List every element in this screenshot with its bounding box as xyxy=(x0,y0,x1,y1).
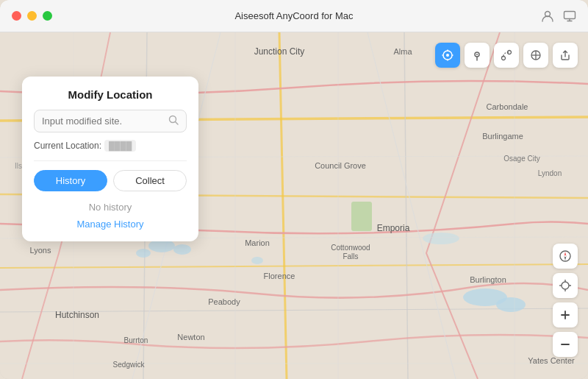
minimize-button[interactable] xyxy=(27,11,37,21)
svg-text:Cottonwood: Cottonwood xyxy=(331,244,370,252)
svg-text:Hutchinson: Hutchinson xyxy=(55,310,99,320)
svg-text:Florence: Florence xyxy=(264,272,295,280)
titlebar: Aiseesoft AnyCoord for Mac xyxy=(0,0,588,32)
zoom-out-button[interactable] xyxy=(553,332,578,357)
svg-point-15 xyxy=(423,233,459,244)
history-tab[interactable]: History xyxy=(34,170,107,191)
svg-point-55 xyxy=(502,57,506,60)
map-toolbar xyxy=(435,43,578,68)
svg-text:Sedgwick: Sedgwick xyxy=(113,361,146,369)
display-icon[interactable] xyxy=(563,10,576,23)
svg-text:Lyons: Lyons xyxy=(30,246,51,255)
maximize-button[interactable] xyxy=(43,11,52,21)
svg-point-12 xyxy=(136,249,151,258)
crosshair-button[interactable] xyxy=(553,273,578,298)
svg-text:Falls: Falls xyxy=(343,252,358,261)
map-right-controls xyxy=(553,244,578,357)
zoom-in-button[interactable] xyxy=(553,302,578,327)
user-icon[interactable] xyxy=(541,10,554,23)
svg-point-14 xyxy=(496,297,526,312)
window-title: Aiseesoft AnyCoord for Mac xyxy=(234,10,353,21)
titlebar-right-controls xyxy=(541,10,576,23)
svg-text:Burlingame: Burlingame xyxy=(482,132,523,141)
svg-text:Newton: Newton xyxy=(177,333,204,341)
current-location-label: Current Location: xyxy=(34,141,101,151)
svg-text:Peabody: Peabody xyxy=(208,297,240,306)
svg-point-11 xyxy=(173,244,191,255)
svg-text:Council Grove: Council Grove xyxy=(315,161,366,170)
location-mode-button[interactable] xyxy=(435,43,460,68)
svg-text:Carbondale: Carbondale xyxy=(487,102,528,111)
app-window: Aiseesoft AnyCoord for Mac xyxy=(0,0,588,379)
svg-text:Marion: Marion xyxy=(245,238,270,247)
no-history-text: No history xyxy=(34,202,187,213)
svg-text:Lyndon: Lyndon xyxy=(538,169,562,177)
collect-tab[interactable]: Collect xyxy=(113,170,187,191)
svg-line-72 xyxy=(176,122,179,125)
compass-button[interactable] xyxy=(553,244,578,269)
map-area[interactable]: Junction City Alma Carbondale Burlingame… xyxy=(0,32,588,379)
svg-marker-61 xyxy=(564,252,567,256)
export-button[interactable] xyxy=(553,43,578,68)
traffic-lights xyxy=(12,11,52,21)
svg-text:Osage City: Osage City xyxy=(503,155,539,163)
search-box[interactable] xyxy=(34,110,187,132)
svg-marker-62 xyxy=(564,256,567,261)
current-location-value: ████ xyxy=(104,140,136,152)
svg-text:Junction City: Junction City xyxy=(254,46,305,57)
search-input[interactable] xyxy=(42,116,168,127)
svg-rect-17 xyxy=(351,202,372,231)
search-icon xyxy=(168,115,179,127)
svg-rect-1 xyxy=(564,11,576,18)
svg-text:Emporia: Emporia xyxy=(377,223,410,233)
modify-location-panel: Modify Location Current Location: ████ H… xyxy=(22,77,198,241)
svg-point-54 xyxy=(476,54,478,55)
pin-mode-button[interactable] xyxy=(465,43,490,68)
svg-text:Burlington: Burlington xyxy=(470,275,506,284)
svg-point-63 xyxy=(562,282,569,289)
route-mode-button[interactable] xyxy=(494,43,519,68)
svg-text:Yates Center: Yates Center xyxy=(528,356,575,365)
current-location-row: Current Location: ████ xyxy=(34,140,187,161)
svg-text:Alma: Alma xyxy=(393,47,412,56)
tab-row: History Collect xyxy=(34,170,187,191)
manage-history-link[interactable]: Manage History xyxy=(34,219,187,230)
panel-title: Modify Location xyxy=(34,88,187,101)
close-button[interactable] xyxy=(12,11,21,21)
svg-point-16 xyxy=(251,257,263,264)
svg-point-48 xyxy=(446,54,449,57)
svg-text:Burrton: Burrton xyxy=(124,336,148,344)
multi-route-button[interactable] xyxy=(523,43,548,68)
